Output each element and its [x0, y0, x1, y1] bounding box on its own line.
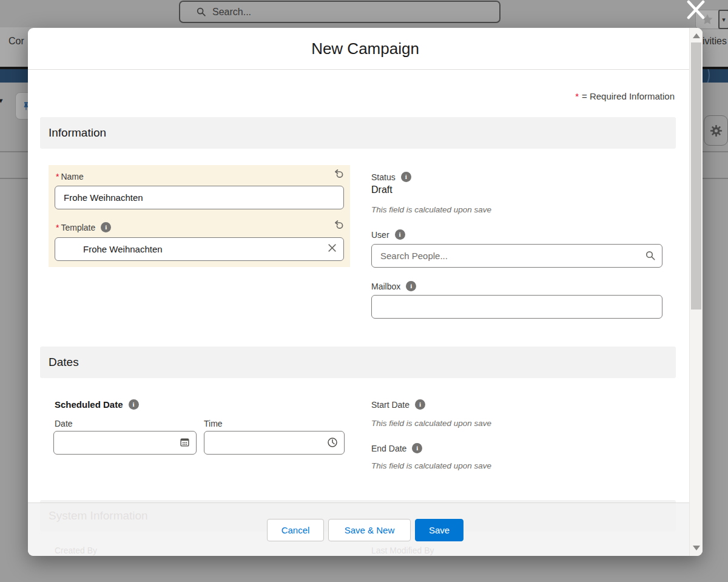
- info-icon[interactable]: i: [129, 399, 139, 410]
- lookup-search-icon: [645, 250, 656, 263]
- end-date-label: End Date i: [371, 443, 422, 453]
- save-button[interactable]: Save: [415, 519, 463, 541]
- template-input[interactable]: [55, 237, 344, 261]
- time-sublabel: Time: [204, 419, 223, 428]
- end-date-hint: This field is calculated upon save: [371, 461, 491, 470]
- scroll-up-icon[interactable]: [693, 33, 700, 38]
- edited-fields-highlight: *Name *Template i: [49, 165, 350, 267]
- info-icon[interactable]: i: [401, 172, 411, 182]
- clock-icon: [327, 437, 338, 448]
- time-picker-button[interactable]: [327, 437, 338, 450]
- name-undo-button[interactable]: [334, 168, 345, 181]
- section-header-information: Information: [40, 117, 676, 149]
- info-icon[interactable]: i: [406, 281, 416, 291]
- search-icon: [196, 7, 206, 17]
- info-icon[interactable]: i: [415, 399, 425, 410]
- calendar-button[interactable]: [180, 437, 190, 450]
- scheduled-date-label: Scheduled Date i: [55, 399, 139, 410]
- name-field-label: *Name: [56, 172, 84, 181]
- status-field-label: Status i: [371, 172, 411, 182]
- calendar-icon: [180, 437, 190, 447]
- section-header-dates: Dates: [40, 347, 676, 378]
- required-asterisk: *: [575, 91, 579, 101]
- global-header: Search...: [0, 0, 728, 27]
- info-icon[interactable]: i: [412, 443, 422, 453]
- required-information-note: *= Required Information: [575, 91, 675, 101]
- new-campaign-modal: New Campaign *= Required Information Inf…: [28, 28, 703, 556]
- list-settings-button[interactable]: [704, 115, 728, 146]
- scheduled-date-input[interactable]: [53, 431, 197, 455]
- undo-icon: [334, 219, 345, 230]
- start-date-label: Start Date i: [371, 399, 425, 410]
- user-lookup-input[interactable]: [371, 244, 662, 268]
- close-icon: [684, 0, 707, 21]
- global-search-input[interactable]: Search...: [179, 1, 500, 23]
- chevron-down-icon: ▾: [722, 16, 726, 24]
- mailbox-field-label: Mailbox i: [371, 281, 416, 291]
- save-and-new-button[interactable]: Save & New: [328, 519, 411, 541]
- modal-header: New Campaign: [28, 28, 703, 70]
- template-undo-button[interactable]: [334, 219, 345, 232]
- scrollbar-thumb[interactable]: [691, 42, 701, 310]
- caret-down-icon[interactable]: ▾: [0, 96, 3, 105]
- screen: Search... Cor tivities ▾: [0, 0, 728, 582]
- modal-close-button[interactable]: [684, 0, 707, 21]
- info-icon[interactable]: i: [395, 229, 405, 240]
- start-date-hint: This field is calculated upon save: [371, 419, 491, 428]
- name-input[interactable]: [55, 186, 344, 209]
- nav-tab-right[interactable]: tivities: [700, 36, 727, 47]
- info-icon[interactable]: i: [101, 222, 111, 232]
- status-hint: This field is calculated upon save: [371, 205, 491, 214]
- global-search-placeholder: Search...: [212, 7, 251, 18]
- cancel-button[interactable]: Cancel: [267, 519, 324, 541]
- user-field-label: User i: [371, 229, 405, 240]
- gear-icon: [709, 124, 723, 138]
- mailbox-input[interactable]: [371, 295, 662, 319]
- template-clear-button[interactable]: [327, 243, 337, 255]
- clear-icon: [327, 243, 337, 253]
- modal-title: New Campaign: [311, 39, 419, 58]
- modal-scrollbar[interactable]: [689, 28, 703, 556]
- favorites-dropdown-button[interactable]: ▾: [718, 10, 728, 29]
- template-field-label: *Template i: [56, 222, 111, 232]
- status-value: Draft: [371, 184, 393, 195]
- date-sublabel: Date: [55, 419, 73, 428]
- scheduled-time-input[interactable]: [204, 431, 345, 455]
- scroll-down-icon[interactable]: [693, 546, 700, 550]
- nav-tab-left[interactable]: Cor: [8, 36, 24, 47]
- undo-icon: [334, 168, 345, 179]
